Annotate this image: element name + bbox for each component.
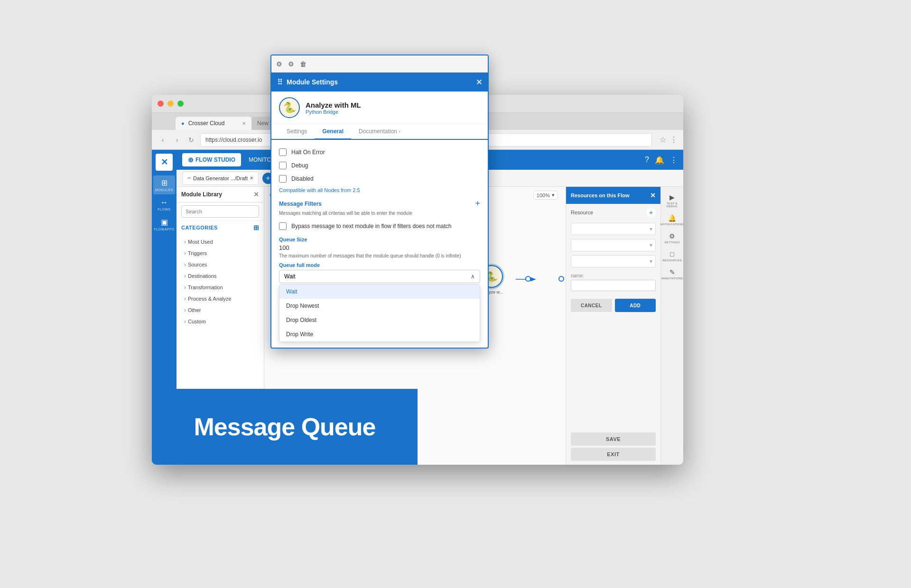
- sidebar-item-flows[interactable]: ↔ FLOWS: [153, 195, 175, 214]
- dropdown-option-drop-newest[interactable]: Drop Newest: [279, 299, 480, 313]
- dialog-close-button[interactable]: ✕: [476, 78, 482, 87]
- bookmark-icon[interactable]: ☆: [660, 135, 666, 144]
- dialog-header: ⠿ Module Settings ✕: [271, 73, 488, 92]
- right-icon-bar: ▶ TEST & DEBUG 🔔 NOTIFICATIONS ⚙ SETTING…: [660, 187, 683, 465]
- cancel-button[interactable]: CANCEL: [571, 299, 612, 312]
- queue-full-mode-label: Queue full mode: [279, 262, 480, 270]
- queue-size-value: 100: [279, 242, 480, 253]
- modules-icon: ⊞: [161, 178, 167, 187]
- resource-select-2: ▾: [566, 237, 660, 253]
- category-destinations[interactable]: Destinations: [177, 270, 264, 282]
- resource-dropdown-2[interactable]: ▾: [571, 239, 656, 251]
- module-details: Analyze with ML Python Bridge: [306, 101, 361, 115]
- right-panel-save-actions: SAVE EXIT: [566, 429, 660, 465]
- flow-tab-close[interactable]: ✕: [250, 175, 253, 181]
- module-settings-dialog[interactable]: ⚙ ⚙ 🗑 ⠿ Module Settings ✕ 🐍 Analyze with…: [270, 55, 489, 349]
- menu-icon[interactable]: ⋮: [670, 135, 678, 144]
- bottom-banner: Message Queue: [152, 389, 418, 465]
- dialog-container: ⚙ ⚙ 🗑 ⠿ Module Settings ✕ 🐍 Analyze with…: [0, 0, 911, 588]
- debug-checkbox[interactable]: [279, 162, 287, 169]
- bypass-checkbox[interactable]: [279, 222, 287, 230]
- module-search-container: [177, 202, 264, 221]
- resource-name-row: name:: [566, 269, 660, 295]
- dialog-trash-icon[interactable]: 🗑: [300, 60, 307, 68]
- dialog-gear-icon[interactable]: ⚙: [288, 60, 294, 68]
- dialog-content: Halt On Error Debug Disabled Compatible …: [271, 140, 488, 348]
- category-most-used[interactable]: Most Used: [177, 236, 264, 248]
- module-search-input[interactable]: [181, 205, 259, 218]
- dialog-toolbar: ⚙ ⚙ 🗑: [271, 55, 488, 73]
- dialog-wrench-icon[interactable]: ⚙: [276, 60, 282, 68]
- category-custom[interactable]: Custom: [177, 316, 264, 327]
- save-button[interactable]: SAVE: [571, 432, 656, 446]
- notification-icon[interactable]: 🔔: [655, 156, 664, 165]
- refresh-button[interactable]: ↻: [186, 135, 196, 145]
- halt-on-error-checkbox[interactable]: [279, 148, 287, 156]
- dialog-module-info: 🐍 Analyze with ML Python Bridge: [271, 92, 488, 124]
- add-button[interactable]: ADD: [615, 299, 656, 312]
- module-library-close[interactable]: ✕: [253, 191, 259, 198]
- dropdown-option-drop-write[interactable]: Drop Write: [279, 327, 480, 341]
- sidebar-item-modules[interactable]: ⊞ MODULES: [153, 175, 175, 194]
- exit-button[interactable]: EXIT: [571, 448, 656, 461]
- forward-button[interactable]: ›: [172, 135, 182, 145]
- halt-on-error-row: Halt On Error: [279, 146, 480, 159]
- tab-general[interactable]: General: [315, 124, 351, 140]
- category-other[interactable]: Other: [177, 304, 264, 316]
- right-icon-test-debug[interactable]: ▶ TEST & DEBUG: [662, 191, 682, 211]
- right-icon-settings[interactable]: ⚙ SETTINGS: [662, 230, 682, 247]
- tab-settings[interactable]: Settings: [279, 124, 315, 140]
- resource-select-1: ▾: [566, 221, 660, 237]
- top-nav-right: ? 🔔 ⋮: [645, 156, 678, 165]
- message-filters-desc: Messages matching all criterias will be …: [279, 211, 480, 220]
- right-icon-resources[interactable]: □ RESOURCES: [662, 248, 682, 265]
- back-button[interactable]: ‹: [158, 135, 168, 145]
- dropdown-option-drop-oldest[interactable]: Drop Oldest: [279, 313, 480, 327]
- user-menu-icon[interactable]: ⋮: [670, 156, 678, 165]
- zoom-control[interactable]: 100% ▾: [533, 191, 558, 200]
- notifications-icon: 🔔: [668, 214, 676, 222]
- dropdown-chevron-up-icon: ∧: [471, 273, 475, 280]
- category-triggers[interactable]: Triggers: [177, 248, 264, 259]
- resource-name-input[interactable]: [571, 280, 656, 291]
- resource-dropdown-1[interactable]: ▾: [571, 223, 656, 235]
- queue-size-label: Queue Size: [279, 233, 480, 242]
- disabled-row: Disabled: [279, 172, 480, 185]
- flowapps-icon: ▣: [161, 218, 168, 227]
- nav-flow-studio[interactable]: ⊕ FLOW STUDIO: [182, 153, 241, 166]
- app-logo[interactable]: ✕: [156, 154, 173, 171]
- category-transformation[interactable]: Transformation: [177, 282, 264, 293]
- categories-expand-icon[interactable]: ⊞: [253, 224, 260, 231]
- output-connector: [525, 276, 531, 282]
- message-filters-add-button[interactable]: +: [475, 199, 480, 209]
- settings-icon: ⚙: [669, 232, 675, 240]
- queue-full-mode-dropdown[interactable]: Wait ∧: [279, 270, 480, 283]
- debug-row: Debug: [279, 159, 480, 172]
- sidebar-item-flowapps[interactable]: ▣ FLOWAPPS: [153, 215, 175, 234]
- tab-crosser-cloud[interactable]: ● Crosser Cloud ✕: [176, 117, 251, 130]
- right-icon-notifications[interactable]: 🔔 NOTIFICATIONS: [662, 211, 682, 229]
- right-icon-annotations[interactable]: ✎ ANNOTATIONS: [662, 266, 682, 283]
- resource-row: Resource +: [566, 204, 660, 221]
- resources-icon: □: [670, 250, 674, 258]
- help-icon[interactable]: ?: [645, 156, 649, 164]
- test-debug-icon: ▶: [669, 193, 675, 201]
- category-process-analyze[interactable]: Process & Analyze: [177, 293, 264, 304]
- annotations-icon: ✎: [669, 268, 675, 276]
- resource-select-3: ▾: [566, 253, 660, 269]
- resource-add-button[interactable]: +: [646, 208, 656, 217]
- tab-close-crosser[interactable]: ✕: [242, 121, 246, 126]
- resource-dropdown-3[interactable]: ▾: [571, 255, 656, 267]
- tab-documentation[interactable]: Documentation ›: [351, 124, 408, 140]
- canvas-mini-toolbar: 100% ▾: [533, 191, 558, 200]
- module-icon: 🐍: [279, 97, 300, 118]
- flow-tab-draft[interactable]: ✏ Data Generator .../Draft ✕: [182, 172, 259, 185]
- compat-text: Compatible with all Nodes from 2.5: [279, 185, 480, 195]
- category-sources[interactable]: Sources: [177, 259, 264, 270]
- dialog-dots-icon: ⠿: [277, 78, 283, 87]
- resources-panel-close[interactable]: ✕: [650, 192, 656, 199]
- disabled-checkbox[interactable]: [279, 175, 287, 183]
- message-filters-header: Message Filters +: [279, 195, 480, 211]
- dropdown-option-wait[interactable]: Wait: [279, 285, 480, 299]
- queue-size-desc: The maximum number of messages that the …: [279, 253, 480, 262]
